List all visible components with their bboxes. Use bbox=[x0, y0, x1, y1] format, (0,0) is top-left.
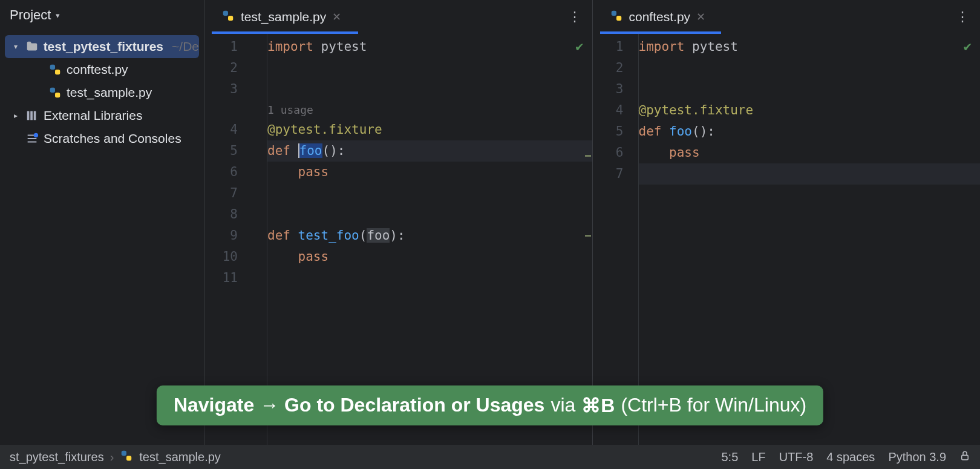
scratches-node[interactable]: Scratches and Consoles bbox=[0, 127, 204, 150]
status-encoding[interactable]: UTF-8 bbox=[779, 450, 814, 464]
tab-bar-left: test_sample.py ✕ ⋮ bbox=[204, 0, 592, 34]
python-file-icon bbox=[120, 449, 133, 465]
gutter-right[interactable]: 1 2 3 4 5 6 7 bbox=[593, 34, 639, 445]
svg-rect-4 bbox=[27, 111, 30, 120]
chevron-right-icon: › bbox=[110, 450, 114, 464]
editor-pane-right: conftest.py ✕ ⋮ 1 2 3 4 5 6 7 ✔ bbox=[593, 0, 981, 445]
usage-hint[interactable]: 1 usage bbox=[267, 103, 313, 116]
status-line-sep[interactable]: LF bbox=[751, 450, 765, 464]
file-label: test_sample.py bbox=[67, 85, 152, 100]
tip-action: Navigate → Go to Declaration or Usages bbox=[174, 394, 545, 417]
python-file-icon bbox=[48, 63, 62, 76]
folder-icon bbox=[25, 40, 39, 53]
tab-test-sample[interactable]: test_sample.py ✕ bbox=[212, 0, 351, 34]
svg-rect-6 bbox=[34, 111, 36, 120]
scratches-label: Scratches and Consoles bbox=[44, 131, 181, 146]
status-caret-pos[interactable]: 5:5 bbox=[721, 450, 738, 464]
inspection-ok-icon[interactable]: ✔ bbox=[964, 39, 972, 54]
tip-banner: Navigate → Go to Declaration or Usages v… bbox=[157, 385, 823, 425]
project-header-title: Project bbox=[10, 7, 51, 23]
svg-rect-0 bbox=[50, 65, 55, 70]
file-node-conftest[interactable]: conftest.py bbox=[0, 58, 204, 81]
svg-rect-8 bbox=[223, 10, 228, 15]
svg-rect-10 bbox=[611, 10, 616, 15]
chevron-down-icon: ▾ bbox=[56, 11, 60, 20]
svg-rect-1 bbox=[55, 70, 60, 74]
tab-menu-button[interactable]: ⋮ bbox=[945, 9, 980, 25]
svg-rect-3 bbox=[55, 93, 60, 97]
editor-pane-left: test_sample.py ✕ ⋮ 1 2 3 4 5 6 7 8 bbox=[204, 0, 593, 445]
editor-split: test_sample.py ✕ ⋮ 1 2 3 4 5 6 7 8 bbox=[204, 0, 980, 445]
tab-label: conftest.py bbox=[629, 10, 691, 24]
editor-body-right[interactable]: 1 2 3 4 5 6 7 ✔ import pytest @pytest.fi… bbox=[593, 34, 981, 445]
lock-icon[interactable] bbox=[959, 450, 970, 464]
python-file-icon bbox=[48, 86, 62, 99]
inspection-ok-icon[interactable]: ✔ bbox=[575, 39, 583, 54]
external-libraries-label: External Libraries bbox=[44, 108, 142, 123]
editor-body-left[interactable]: 1 2 3 4 5 6 7 8 9 10 11 ✔ import pytest bbox=[204, 34, 592, 445]
status-interpreter[interactable]: Python 3.9 bbox=[888, 450, 946, 464]
project-header[interactable]: Project ▾ bbox=[0, 0, 204, 30]
project-root-label: test_pytest_fixtures bbox=[44, 39, 163, 54]
status-indent[interactable]: 4 spaces bbox=[826, 450, 875, 464]
code-area-right[interactable]: ✔ import pytest @pytest.fixture def foo(… bbox=[639, 34, 981, 445]
scratches-icon bbox=[25, 132, 39, 145]
tab-conftest[interactable]: conftest.py ✕ bbox=[600, 0, 716, 34]
project-root-node[interactable]: ▾ test_pytest_fixtures ~/De bbox=[5, 35, 199, 58]
library-icon bbox=[25, 109, 39, 122]
file-node-test-sample[interactable]: test_sample.py bbox=[0, 81, 204, 104]
mark-stripe[interactable] bbox=[585, 34, 592, 445]
tab-label: test_sample.py bbox=[241, 10, 326, 24]
project-path-hint: ~/De bbox=[172, 39, 199, 54]
tab-bar-right: conftest.py ✕ ⋮ bbox=[593, 0, 981, 34]
svg-rect-9 bbox=[228, 16, 233, 21]
breadcrumb[interactable]: st_pytest_fixtures › test_sample.py bbox=[10, 449, 221, 465]
svg-rect-11 bbox=[616, 16, 621, 21]
file-label: conftest.py bbox=[67, 62, 128, 77]
svg-point-7 bbox=[34, 133, 38, 137]
external-libraries-node[interactable]: ▸ External Libraries bbox=[0, 104, 204, 127]
chevron-right-icon: ▸ bbox=[11, 111, 21, 120]
project-tool-window: Project ▾ ▾ test_pytest_fixtures ~/De co… bbox=[0, 0, 204, 445]
statusbar: st_pytest_fixtures › test_sample.py 5:5 … bbox=[0, 445, 980, 469]
code-area-left[interactable]: ✔ import pytest 1 usage @pytest.fixture … bbox=[267, 34, 592, 445]
close-icon[interactable]: ✕ bbox=[332, 10, 341, 24]
svg-rect-2 bbox=[50, 88, 55, 93]
project-tree: ▾ test_pytest_fixtures ~/De conftest.py … bbox=[0, 30, 204, 155]
python-file-icon bbox=[610, 9, 623, 25]
svg-rect-13 bbox=[126, 456, 131, 461]
close-icon[interactable]: ✕ bbox=[696, 10, 705, 24]
svg-rect-12 bbox=[122, 450, 126, 455]
svg-rect-14 bbox=[962, 455, 969, 460]
tab-menu-button[interactable]: ⋮ bbox=[557, 9, 592, 25]
chevron-down-icon: ▾ bbox=[11, 42, 21, 51]
gutter-left[interactable]: 1 2 3 4 5 6 7 8 9 10 11 bbox=[204, 34, 267, 445]
svg-rect-5 bbox=[30, 111, 33, 120]
python-file-icon bbox=[221, 9, 235, 25]
